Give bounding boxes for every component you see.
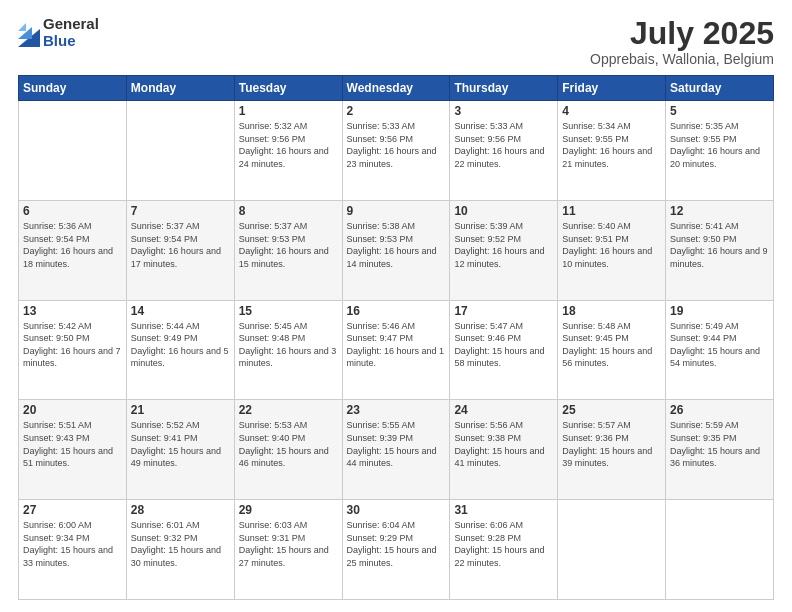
table-row: 7Sunrise: 5:37 AMSunset: 9:54 PMDaylight… bbox=[126, 200, 234, 300]
table-row: 27Sunrise: 6:00 AMSunset: 9:34 PMDayligh… bbox=[19, 500, 127, 600]
page: General Blue July 2025 Opprebais, Wallon… bbox=[0, 0, 792, 612]
col-wednesday: Wednesday bbox=[342, 76, 450, 101]
week-row-4: 20Sunrise: 5:51 AMSunset: 9:43 PMDayligh… bbox=[19, 400, 774, 500]
day-number: 1 bbox=[239, 104, 338, 118]
table-row: 18Sunrise: 5:48 AMSunset: 9:45 PMDayligh… bbox=[558, 300, 666, 400]
cell-info: Sunrise: 5:48 AMSunset: 9:45 PMDaylight:… bbox=[562, 320, 661, 370]
day-number: 2 bbox=[347, 104, 446, 118]
logo-blue: Blue bbox=[43, 33, 99, 50]
table-row: 30Sunrise: 6:04 AMSunset: 9:29 PMDayligh… bbox=[342, 500, 450, 600]
day-number: 29 bbox=[239, 503, 338, 517]
cell-info: Sunrise: 5:32 AMSunset: 9:56 PMDaylight:… bbox=[239, 120, 338, 170]
table-row: 26Sunrise: 5:59 AMSunset: 9:35 PMDayligh… bbox=[666, 400, 774, 500]
day-number: 22 bbox=[239, 403, 338, 417]
cell-info: Sunrise: 6:00 AMSunset: 9:34 PMDaylight:… bbox=[23, 519, 122, 569]
cell-info: Sunrise: 5:34 AMSunset: 9:55 PMDaylight:… bbox=[562, 120, 661, 170]
week-row-2: 6Sunrise: 5:36 AMSunset: 9:54 PMDaylight… bbox=[19, 200, 774, 300]
table-row: 13Sunrise: 5:42 AMSunset: 9:50 PMDayligh… bbox=[19, 300, 127, 400]
subtitle: Opprebais, Wallonia, Belgium bbox=[590, 51, 774, 67]
cell-info: Sunrise: 5:59 AMSunset: 9:35 PMDaylight:… bbox=[670, 419, 769, 469]
cell-info: Sunrise: 5:46 AMSunset: 9:47 PMDaylight:… bbox=[347, 320, 446, 370]
table-row: 14Sunrise: 5:44 AMSunset: 9:49 PMDayligh… bbox=[126, 300, 234, 400]
day-number: 4 bbox=[562, 104, 661, 118]
cell-info: Sunrise: 6:04 AMSunset: 9:29 PMDaylight:… bbox=[347, 519, 446, 569]
cell-info: Sunrise: 5:49 AMSunset: 9:44 PMDaylight:… bbox=[670, 320, 769, 370]
table-row: 11Sunrise: 5:40 AMSunset: 9:51 PMDayligh… bbox=[558, 200, 666, 300]
table-row: 25Sunrise: 5:57 AMSunset: 9:36 PMDayligh… bbox=[558, 400, 666, 500]
day-number: 28 bbox=[131, 503, 230, 517]
table-row: 5Sunrise: 5:35 AMSunset: 9:55 PMDaylight… bbox=[666, 101, 774, 201]
day-number: 7 bbox=[131, 204, 230, 218]
cell-info: Sunrise: 5:35 AMSunset: 9:55 PMDaylight:… bbox=[670, 120, 769, 170]
table-row: 29Sunrise: 6:03 AMSunset: 9:31 PMDayligh… bbox=[234, 500, 342, 600]
day-number: 21 bbox=[131, 403, 230, 417]
table-row: 1Sunrise: 5:32 AMSunset: 9:56 PMDaylight… bbox=[234, 101, 342, 201]
calendar-table: Sunday Monday Tuesday Wednesday Thursday… bbox=[18, 75, 774, 600]
table-row: 2Sunrise: 5:33 AMSunset: 9:56 PMDaylight… bbox=[342, 101, 450, 201]
logo-icon bbox=[18, 19, 40, 47]
logo-general: General bbox=[43, 16, 99, 33]
table-row bbox=[126, 101, 234, 201]
logo-text: General Blue bbox=[43, 16, 99, 49]
col-sunday: Sunday bbox=[19, 76, 127, 101]
cell-info: Sunrise: 5:33 AMSunset: 9:56 PMDaylight:… bbox=[347, 120, 446, 170]
col-thursday: Thursday bbox=[450, 76, 558, 101]
cell-info: Sunrise: 5:53 AMSunset: 9:40 PMDaylight:… bbox=[239, 419, 338, 469]
table-row: 28Sunrise: 6:01 AMSunset: 9:32 PMDayligh… bbox=[126, 500, 234, 600]
cell-info: Sunrise: 5:36 AMSunset: 9:54 PMDaylight:… bbox=[23, 220, 122, 270]
day-number: 14 bbox=[131, 304, 230, 318]
day-number: 17 bbox=[454, 304, 553, 318]
table-row: 20Sunrise: 5:51 AMSunset: 9:43 PMDayligh… bbox=[19, 400, 127, 500]
day-number: 23 bbox=[347, 403, 446, 417]
cell-info: Sunrise: 5:55 AMSunset: 9:39 PMDaylight:… bbox=[347, 419, 446, 469]
col-friday: Friday bbox=[558, 76, 666, 101]
calendar-header-row: Sunday Monday Tuesday Wednesday Thursday… bbox=[19, 76, 774, 101]
cell-info: Sunrise: 6:06 AMSunset: 9:28 PMDaylight:… bbox=[454, 519, 553, 569]
cell-info: Sunrise: 5:51 AMSunset: 9:43 PMDaylight:… bbox=[23, 419, 122, 469]
table-row: 15Sunrise: 5:45 AMSunset: 9:48 PMDayligh… bbox=[234, 300, 342, 400]
table-row: 23Sunrise: 5:55 AMSunset: 9:39 PMDayligh… bbox=[342, 400, 450, 500]
table-row: 10Sunrise: 5:39 AMSunset: 9:52 PMDayligh… bbox=[450, 200, 558, 300]
cell-info: Sunrise: 5:37 AMSunset: 9:53 PMDaylight:… bbox=[239, 220, 338, 270]
day-number: 8 bbox=[239, 204, 338, 218]
cell-info: Sunrise: 5:56 AMSunset: 9:38 PMDaylight:… bbox=[454, 419, 553, 469]
cell-info: Sunrise: 5:47 AMSunset: 9:46 PMDaylight:… bbox=[454, 320, 553, 370]
day-number: 13 bbox=[23, 304, 122, 318]
day-number: 11 bbox=[562, 204, 661, 218]
table-row: 22Sunrise: 5:53 AMSunset: 9:40 PMDayligh… bbox=[234, 400, 342, 500]
cell-info: Sunrise: 5:33 AMSunset: 9:56 PMDaylight:… bbox=[454, 120, 553, 170]
table-row: 19Sunrise: 5:49 AMSunset: 9:44 PMDayligh… bbox=[666, 300, 774, 400]
day-number: 5 bbox=[670, 104, 769, 118]
week-row-1: 1Sunrise: 5:32 AMSunset: 9:56 PMDaylight… bbox=[19, 101, 774, 201]
cell-info: Sunrise: 5:42 AMSunset: 9:50 PMDaylight:… bbox=[23, 320, 122, 370]
table-row bbox=[19, 101, 127, 201]
day-number: 6 bbox=[23, 204, 122, 218]
cell-info: Sunrise: 5:39 AMSunset: 9:52 PMDaylight:… bbox=[454, 220, 553, 270]
logo: General Blue bbox=[18, 16, 99, 49]
table-row: 8Sunrise: 5:37 AMSunset: 9:53 PMDaylight… bbox=[234, 200, 342, 300]
table-row: 21Sunrise: 5:52 AMSunset: 9:41 PMDayligh… bbox=[126, 400, 234, 500]
main-title: July 2025 bbox=[590, 16, 774, 51]
day-number: 16 bbox=[347, 304, 446, 318]
cell-info: Sunrise: 5:37 AMSunset: 9:54 PMDaylight:… bbox=[131, 220, 230, 270]
table-row: 16Sunrise: 5:46 AMSunset: 9:47 PMDayligh… bbox=[342, 300, 450, 400]
day-number: 3 bbox=[454, 104, 553, 118]
header: General Blue July 2025 Opprebais, Wallon… bbox=[18, 16, 774, 67]
day-number: 31 bbox=[454, 503, 553, 517]
table-row: 4Sunrise: 5:34 AMSunset: 9:55 PMDaylight… bbox=[558, 101, 666, 201]
table-row bbox=[666, 500, 774, 600]
title-block: July 2025 Opprebais, Wallonia, Belgium bbox=[590, 16, 774, 67]
table-row bbox=[558, 500, 666, 600]
day-number: 15 bbox=[239, 304, 338, 318]
day-number: 12 bbox=[670, 204, 769, 218]
day-number: 10 bbox=[454, 204, 553, 218]
table-row: 12Sunrise: 5:41 AMSunset: 9:50 PMDayligh… bbox=[666, 200, 774, 300]
day-number: 24 bbox=[454, 403, 553, 417]
svg-marker-2 bbox=[18, 23, 26, 31]
cell-info: Sunrise: 6:03 AMSunset: 9:31 PMDaylight:… bbox=[239, 519, 338, 569]
day-number: 30 bbox=[347, 503, 446, 517]
cell-info: Sunrise: 5:40 AMSunset: 9:51 PMDaylight:… bbox=[562, 220, 661, 270]
table-row: 3Sunrise: 5:33 AMSunset: 9:56 PMDaylight… bbox=[450, 101, 558, 201]
cell-info: Sunrise: 5:52 AMSunset: 9:41 PMDaylight:… bbox=[131, 419, 230, 469]
day-number: 20 bbox=[23, 403, 122, 417]
